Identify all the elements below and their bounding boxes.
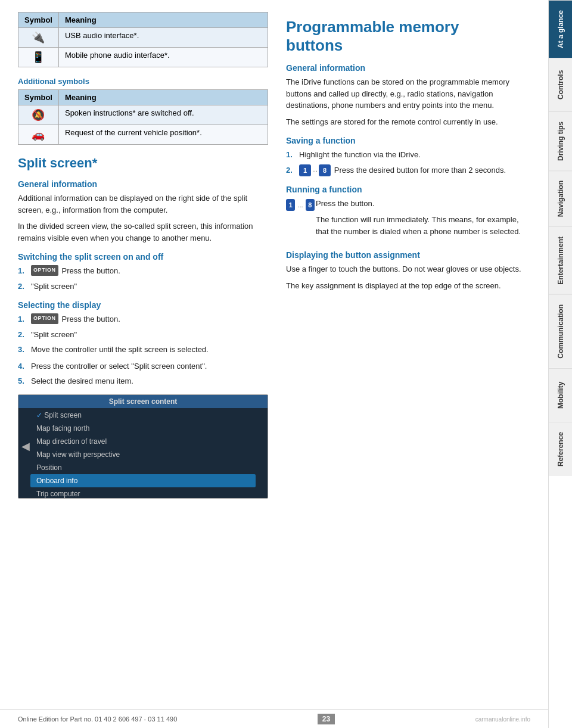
- running-text2: The function will run immediately. This …: [316, 214, 530, 237]
- running-section: 1 ... 8 Press the button. The function w…: [286, 198, 530, 242]
- selecting-list: 1. OPTION Press the button. 2. "Split sc…: [18, 313, 268, 356]
- screenshot-item-3: Map view with perspective: [30, 448, 256, 461]
- watermark: carmanualonline.info: [475, 716, 530, 723]
- left-arrow-icon: ◀: [21, 440, 30, 453]
- sidebar-tab-controls[interactable]: Controls: [549, 58, 572, 111]
- sidebar-tab-mobility[interactable]: Mobility: [549, 368, 572, 422]
- programmable-memory-title: Programmable memory buttons: [286, 18, 530, 55]
- symbol-usb: 🔌: [18, 28, 59, 48]
- screenshot-item-1: Map facing north: [30, 422, 256, 435]
- left-column: Symbol Meaning 🔌 USB audio interface*. 📱…: [18, 12, 268, 704]
- additional-symbols-label: Additional symbols: [18, 77, 268, 86]
- table1-col1: Symbol: [18, 13, 59, 28]
- screenshot-item-4: Position: [30, 461, 256, 474]
- left-general-info-text1: Additional information can be displayed …: [18, 192, 268, 216]
- table2-col1: Symbol: [18, 90, 59, 105]
- table1-col2: Meaning: [58, 13, 268, 28]
- table2-col2: Meaning: [58, 90, 268, 105]
- running-dots-icon: ...: [297, 201, 303, 209]
- sidebar-tab-reference[interactable]: Reference: [549, 422, 572, 476]
- step-5: 5. Select the desired menu item.: [18, 375, 268, 387]
- symbol-table-2: Symbol Meaning 🔕 Spoken instructions* ar…: [18, 89, 268, 145]
- running-mem-btn-icon: 1: [286, 199, 295, 211]
- sidebar-tab-entertainment[interactable]: Entertainment: [549, 226, 572, 294]
- switching-step-2: 2. "Split screen": [18, 281, 268, 293]
- running-text1: Press the button.: [316, 198, 530, 210]
- right-general-info-title: General information: [286, 63, 530, 73]
- step-4: 4. Press the controller or select "Split…: [18, 360, 268, 372]
- saving-title: Saving a function: [286, 136, 530, 145]
- symbol-phone: 📱: [18, 48, 59, 67]
- option-btn-2: OPTION: [31, 313, 58, 324]
- sidebar-tab-driving-tips[interactable]: Driving tips: [549, 111, 572, 170]
- sidebar-tab-navigation[interactable]: Navigation: [549, 170, 572, 226]
- displaying-text2: The key assignment is displayed at the t…: [286, 280, 530, 292]
- saving-list: 1. Highlight the function via the iDrive…: [286, 149, 530, 176]
- right-column: Programmable memory buttons General info…: [286, 12, 530, 704]
- selecting-step-2: 2. "Split screen": [18, 329, 268, 341]
- symbol-car: 🚗: [18, 125, 59, 145]
- running-mem-btn-8-icon: 8: [306, 199, 315, 211]
- running-title: Running a function: [286, 185, 530, 194]
- sidebar-tabs: At a glance Controls Driving tips Naviga…: [548, 0, 572, 728]
- selecting-title: Selecting the display: [18, 300, 268, 310]
- left-general-info-title: General information: [18, 179, 268, 189]
- right-general-info-text1: The iDrive functions can be stored on th…: [286, 76, 530, 111]
- left-general-info-text2: In the divided screen view, the so-calle…: [18, 220, 268, 244]
- screenshot-item-6: Trip computer: [30, 487, 256, 499]
- saving-step-2: 2. 1 ... 8 Press the desired button for …: [286, 164, 530, 176]
- mem-btn-dots: ...: [312, 164, 318, 175]
- displaying-text1: Use a finger to touch the buttons. Do no…: [286, 263, 530, 275]
- saving-step-1: 1. Highlight the function via the iDrive…: [286, 149, 530, 161]
- displaying-title: Displaying the button assignment: [286, 250, 530, 260]
- screenshot-box: Split screen content ◀ Split screen Map …: [18, 394, 268, 499]
- meaning-usb: USB audio interface*.: [58, 28, 268, 48]
- screenshot-item-0: Split screen: [30, 409, 256, 422]
- meaning-mute: Spoken instructions* are switched off.: [58, 105, 268, 125]
- screenshot-title: Split screen content: [18, 395, 268, 408]
- screenshot-item-5: Onboard info: [30, 474, 256, 487]
- selecting-step-3: 3. Move the controller until the split s…: [18, 344, 268, 356]
- page-footer: Online Edition for Part no. 01 40 2 606 …: [0, 710, 548, 728]
- sidebar-tab-at-a-glance[interactable]: At a glance: [549, 0, 572, 58]
- footer-text: Online Edition for Part no. 01 40 2 606 …: [18, 715, 177, 723]
- selecting-step-1: 1. OPTION Press the button.: [18, 313, 268, 325]
- symbol-mute: 🔕: [18, 105, 59, 125]
- option-btn-1: OPTION: [31, 265, 58, 276]
- screenshot-menu: Split screen Map facing north Map direct…: [18, 409, 268, 499]
- steps-4-5: 4. Press the controller or select "Split…: [18, 360, 268, 387]
- switching-step-1: 1. OPTION Press the button.: [18, 265, 268, 277]
- split-screen-title: Split screen*: [18, 155, 268, 171]
- right-general-info-text2: The settings are stored for the remote c…: [286, 116, 530, 128]
- page-number: 23: [318, 714, 335, 724]
- screenshot-item-2: Map direction of travel: [30, 435, 256, 448]
- switching-list: 1. OPTION Press the button. 2. "Split sc…: [18, 265, 268, 292]
- meaning-car: Request of the current vehicle position*…: [58, 125, 268, 145]
- mem-btn-1-icon: 1: [299, 164, 311, 176]
- switching-title: Switching the split screen on and off: [18, 252, 268, 262]
- mem-btn-8-icon: 8: [319, 164, 331, 176]
- meaning-phone: Mobile phone audio interface*.: [58, 48, 268, 67]
- symbol-table-1: Symbol Meaning 🔌 USB audio interface*. 📱…: [18, 12, 268, 67]
- sidebar-tab-communication[interactable]: Communication: [549, 294, 572, 368]
